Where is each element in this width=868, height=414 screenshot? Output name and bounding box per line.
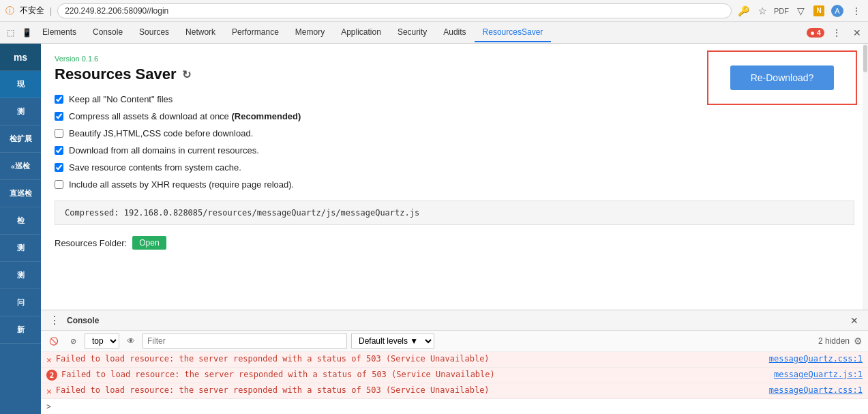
tab-group: Elements Console Sources Network Perform… — [34, 23, 551, 42]
checkbox-item-2: Compress all assets & download at once (… — [55, 111, 854, 121]
console-filter-input[interactable] — [143, 334, 347, 349]
console-entry-1: ✕ Failed to load resource: the server re… — [41, 352, 868, 368]
console-entry-2: 2 Failed to load resource: the server re… — [41, 368, 868, 383]
sidebar-item-ce3[interactable]: 测 — [0, 262, 41, 289]
log-levels-select[interactable]: Default levels ▼ — [351, 334, 434, 349]
insecure-label: 不安全 — [20, 5, 44, 16]
user-icon[interactable]: A — [831, 5, 843, 17]
checkbox-compress[interactable] — [55, 112, 63, 121]
down-arrow-icon[interactable]: ▽ — [794, 5, 807, 17]
hidden-count: 2 hidden — [818, 336, 850, 346]
panel-title-text: Resources Saver — [55, 65, 177, 83]
more-menu-icon[interactable]: ⋮ — [850, 5, 863, 17]
tab-sources[interactable]: Sources — [131, 23, 177, 42]
url-bar[interactable]: 220.249.82.206:58090//login — [57, 3, 732, 18]
console-entry-link-3[interactable]: messageQuartz.css:1 — [769, 385, 863, 395]
checkbox-item-6: Include all assets by XHR requests (requ… — [55, 179, 854, 190]
close-devtools-icon[interactable]: ✕ — [849, 25, 865, 41]
checkbox-item-5: Save resource contents from system cache… — [55, 162, 854, 173]
pdf-icon[interactable]: PDF — [775, 5, 788, 17]
resources-folder-label: Resources Folder: — [55, 238, 127, 248]
error-badge: ● 4 — [807, 28, 824, 38]
context-select[interactable]: top — [85, 334, 119, 349]
sidebar-item-zhi[interactable]: 直巡检 — [0, 180, 41, 207]
more-options-icon[interactable]: ⋮ — [828, 25, 845, 41]
redownload-area: Re-Download? — [707, 50, 857, 105]
close-console-icon[interactable]: ✕ — [846, 312, 863, 329]
mobile-icon[interactable]: 📱 — [19, 25, 34, 40]
checkbox-all-domains-label: Download from all domains in current res… — [69, 145, 259, 156]
toolbar-left: ⬚ 📱 — [3, 25, 34, 40]
tab-memory[interactable]: Memory — [287, 23, 333, 42]
extension-panel: Re-Download? Version 0.1.6 Resources Sav… — [41, 44, 868, 310]
checkbox-item-3: Beautify JS,HTML,CSS code before downloa… — [55, 128, 854, 138]
open-folder-button[interactable]: Open — [132, 236, 166, 250]
compressed-path-box: Compressed: 192.168.0.828085/resources/m… — [55, 201, 854, 225]
sidebar-item-xian[interactable]: 现 — [0, 71, 41, 98]
prompt-arrow-icon: > — [46, 402, 51, 411]
checkbox-item-4: Download from all domains in current res… — [55, 145, 854, 156]
sidebar-item-jian-ext[interactable]: 检扩展 — [0, 125, 41, 153]
tab-performance[interactable]: Performance — [224, 23, 287, 42]
filter-toggle-icon[interactable]: ⊘ — [65, 334, 80, 349]
tab-resourcessaver[interactable]: ResourcesSaver — [475, 23, 552, 42]
ext-icon[interactable]: N — [813, 5, 824, 16]
checkbox-compress-label: Compress all assets & download at once (… — [69, 111, 301, 121]
sidebar-item-xun[interactable]: « 巡检 — [0, 153, 41, 180]
checkbox-xhr[interactable] — [55, 180, 63, 189]
sidebar-item-ce2[interactable]: 测 — [0, 235, 41, 262]
eye-icon[interactable]: 👁 — [123, 334, 138, 349]
devtools-right-controls: ● 4 ⋮ ✕ — [807, 25, 865, 41]
tab-application[interactable]: Application — [333, 23, 389, 42]
sidebar-item-wen[interactable]: 问 — [0, 289, 41, 316]
console-entries: ✕ Failed to load resource: the server re… — [41, 352, 868, 414]
console-title: Console — [67, 316, 846, 325]
console-entry-link-2[interactable]: messageQuartz.js:1 — [774, 370, 863, 379]
browser-bar: ⓘ 不安全 | 220.249.82.206:58090//login 🔑 ☆ … — [0, 0, 868, 22]
settings-icon[interactable]: ⚙ — [854, 336, 863, 346]
devtools-right-panel: Re-Download? Version 0.1.6 Resources Sav… — [41, 44, 868, 414]
error-x-icon-3: ✕ — [46, 386, 52, 396]
devtools-tabs-bar: ⬚ 📱 Elements Console Sources Network Per… — [0, 22, 868, 44]
url-text: 220.249.82.206:58090//login — [65, 6, 168, 16]
clear-console-icon[interactable]: 🚫 — [46, 334, 61, 349]
sidebar-item-xin[interactable]: 新 — [0, 316, 41, 344]
sidebar-item-jian2[interactable]: 检 — [0, 207, 41, 235]
console-header: ⋮ Console ✕ — [41, 310, 868, 331]
checkbox-group: Keep all "No Content" files Compress all… — [55, 94, 854, 190]
tab-console[interactable]: Console — [85, 23, 131, 42]
tab-security[interactable]: Security — [389, 23, 435, 42]
console-section: ⋮ Console ✕ 🚫 ⊘ top 👁 Default levels ▼ — [41, 310, 868, 414]
console-toolbar: 🚫 ⊘ top 👁 Default levels ▼ 2 hidden ⚙ — [41, 331, 868, 352]
error-x-icon-1: ✕ — [46, 355, 52, 365]
key-icon[interactable]: 🔑 — [737, 5, 749, 17]
checkbox-system-cache-label: Save resource contents from system cache… — [69, 162, 241, 173]
scrollbar-track[interactable] — [863, 44, 868, 310]
scrollbar-thumb — [863, 45, 867, 72]
console-prompt[interactable]: > — [41, 399, 868, 414]
devtools-panel: ⬚ 📱 Elements Console Sources Network Per… — [0, 22, 868, 414]
checkbox-beautify[interactable] — [55, 129, 63, 138]
sidebar-item-xunjian-label: 巡检 — [15, 161, 30, 171]
console-entry-text-2: Failed to load resource: the server resp… — [61, 370, 770, 379]
tab-audits[interactable]: Audits — [435, 23, 474, 42]
browser-sidebar: ms 现 测 检扩展 « 巡检 直巡检 检 测 测 问 新 — [0, 44, 41, 414]
checkbox-system-cache[interactable] — [55, 163, 63, 172]
tab-network[interactable]: Network — [177, 23, 224, 42]
error-badge-icon-2: 2 — [46, 370, 57, 381]
main-content: ms 现 测 检扩展 « 巡检 直巡检 检 测 测 问 新 Re-Downloa… — [0, 44, 868, 414]
checkbox-no-content[interactable] — [55, 95, 63, 104]
cursor-icon[interactable]: ⬚ — [3, 25, 18, 40]
console-entry-text-3: Failed to load resource: the server resp… — [56, 385, 765, 395]
checkbox-xhr-label: Include all assets by XHR requests (requ… — [69, 179, 294, 190]
console-entry-link-1[interactable]: messageQuartz.css:1 — [769, 354, 863, 364]
resources-folder: Resources Folder: Open — [55, 236, 854, 250]
tab-elements[interactable]: Elements — [34, 23, 85, 42]
sidebar-item-ce[interactable]: 测 — [0, 98, 41, 125]
refresh-icon[interactable]: ↻ — [182, 68, 191, 81]
checkbox-all-domains[interactable] — [55, 146, 63, 155]
redownload-button[interactable]: Re-Download? — [730, 65, 835, 90]
console-menu-icon[interactable]: ⋮ — [46, 314, 63, 327]
console-entry-text-1: Failed to load resource: the server resp… — [56, 354, 765, 364]
star-icon[interactable]: ☆ — [756, 5, 768, 17]
